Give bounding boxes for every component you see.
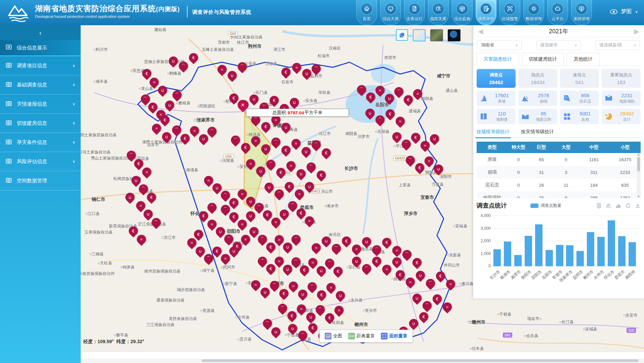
hazard-point-marker[interactable]: ⌒: [276, 302, 289, 315]
hazard-point-marker[interactable]: ≈: [150, 122, 163, 135]
chart-legend[interactable]: 调查点数量: [530, 203, 562, 209]
nav-home[interactable]: 首页: [356, 0, 377, 25]
hazard-point-marker[interactable]: €: [268, 94, 280, 107]
nav-command[interactable]: 指挥支撑: [428, 0, 449, 25]
hazard-point-marker[interactable]: €: [323, 311, 336, 324]
username[interactable]: 梦图: [621, 8, 632, 15]
hazard-point-marker[interactable]: ∪: [247, 93, 260, 105]
line-chart-icon[interactable]: [606, 203, 611, 209]
table-row[interactable]: 崩塌03133112233: [477, 166, 641, 179]
hazard-point-marker[interactable]: ⌒: [268, 279, 281, 292]
hazard-point-marker[interactable]: ≈: [289, 137, 302, 150]
hazard-point-marker[interactable]: €: [413, 161, 426, 174]
hazard-point-marker[interactable]: €: [370, 255, 383, 267]
hazard-point-marker[interactable]: ∪: [350, 255, 363, 267]
bar-长沙市[interactable]: [493, 249, 501, 266]
bar-衡阳市[interactable]: [525, 236, 532, 266]
hazard-point-marker[interactable]: ⌒: [310, 138, 322, 151]
full-extent-button[interactable]: 全图: [325, 333, 342, 339]
scroll-up-icon[interactable]: ▲: [637, 153, 640, 156]
hazard-point-marker[interactable]: ∪: [320, 234, 332, 247]
table-scrollbar[interactable]: ▲▼: [637, 153, 641, 198]
bar-chart-icon[interactable]: [615, 203, 621, 209]
hazard-point-marker[interactable]: ⌒: [424, 277, 437, 290]
hazard-point-marker[interactable]: ≈: [293, 187, 306, 200]
hazard-point-marker[interactable]: ⌒: [404, 154, 416, 167]
hazard-point-marker[interactable]: ≈: [135, 233, 148, 246]
hazard-point-marker[interactable]: ∪: [334, 289, 347, 302]
hazard-point-marker[interactable]: €: [315, 169, 327, 181]
tab-hazard-stats[interactable]: 灾害隐患统计: [477, 53, 519, 65]
nav-region-warning[interactable]: 区域预警: [499, 0, 520, 25]
hazard-point-marker[interactable]: ∪: [428, 132, 441, 145]
tile-其他[interactable]: 5001其他: [560, 109, 599, 124]
hazard-point-marker[interactable]: €: [306, 321, 319, 334]
bar-岳阳市[interactable]: [546, 250, 553, 266]
hazard-point-marker[interactable]: ≈: [418, 139, 431, 152]
hazard-point-marker[interactable]: ∪: [286, 322, 299, 335]
hazard-point-marker[interactable]: ≈: [350, 243, 363, 255]
hazard-point-marker[interactable]: ≈: [332, 304, 345, 317]
bar-邵阳市[interactable]: [535, 224, 542, 266]
hazard-point-marker[interactable]: ∪: [254, 165, 267, 177]
hazard-point-marker[interactable]: ≈: [244, 157, 257, 170]
hazard-point-marker[interactable]: ∪: [258, 286, 271, 298]
hazard-point-marker[interactable]: ⌒: [170, 88, 183, 101]
sidebar-disaster-report[interactable]: 灾情速报信息∨: [0, 95, 81, 114]
hazard-point-marker[interactable]: ∪: [123, 191, 136, 204]
tile-地面塌陷[interactable]: 2231地面塌陷: [602, 90, 641, 106]
sidebar-overview[interactable]: 综合信息展示: [0, 40, 81, 56]
hazard-point-marker[interactable]: €: [279, 66, 292, 78]
eye-icon[interactable]: [610, 9, 617, 14]
hazard-point-marker[interactable]: €: [239, 141, 252, 154]
refresh-icon[interactable]: [625, 203, 631, 209]
city-select[interactable]: 请选择市∨: [536, 40, 581, 50]
distance-measure-button[interactable]: 距离量算: [348, 333, 375, 339]
hazard-point-marker[interactable]: ≈: [310, 241, 322, 254]
download-icon[interactable]: [635, 203, 641, 209]
hazard-point-marker[interactable]: ⌒: [305, 160, 317, 173]
basemap-satellite-thumbnail[interactable]: [430, 29, 443, 41]
hazard-point-marker[interactable]: ∪: [432, 162, 445, 175]
next-year-button[interactable]: ▶: [633, 27, 641, 35]
prev-year-button[interactable]: ◀: [477, 27, 484, 35]
hazard-point-marker[interactable]: ⌒: [400, 248, 413, 261]
hazard-point-marker[interactable]: ∪: [296, 288, 309, 300]
bar-娄底市[interactable]: [618, 236, 626, 266]
bar-湘西州[interactable]: [629, 242, 636, 266]
hazard-point-marker[interactable]: ∪: [407, 317, 420, 330]
bar-郴州市[interactable]: [587, 232, 594, 266]
nav-monitoring[interactable]: 综合监测: [452, 0, 473, 25]
hazard-point-marker[interactable]: ≈: [295, 302, 308, 315]
hazard-point-marker[interactable]: ⌒: [177, 60, 190, 72]
hazard-point-marker[interactable]: ⌒: [273, 187, 285, 200]
nav-big-screen[interactable]: 综合大屏: [380, 0, 401, 25]
hazard-point-marker[interactable]: ⌒: [330, 242, 343, 255]
hazard-point-marker[interactable]: ⌒: [360, 262, 373, 275]
hazard-point-marker[interactable]: ∪: [167, 55, 179, 67]
hazard-point-marker[interactable]: ⌒: [373, 113, 386, 126]
hazard-point-marker[interactable]: ∪: [304, 311, 317, 323]
table-row[interactable]: 滑坡0650116116375: [477, 153, 641, 166]
hazard-point-marker[interactable]: ∪: [259, 142, 272, 155]
hazard-point-marker[interactable]: €: [434, 269, 447, 282]
bar-株洲市[interactable]: [504, 242, 511, 266]
hazard-point-marker[interactable]: ≈: [441, 300, 453, 313]
hazard-point-marker[interactable]: ≈: [215, 63, 228, 76]
hazard-point-marker[interactable]: €: [178, 132, 191, 145]
horizontal-scrollbar-thumb[interactable]: [202, 359, 639, 362]
hazard-point-marker[interactable]: ∪: [279, 121, 292, 134]
province-select[interactable]: 湖南省∨: [477, 40, 522, 50]
card-report-points[interactable]: 速报点541: [560, 69, 599, 88]
hazard-point-marker[interactable]: €: [283, 180, 295, 193]
hazard-point-marker[interactable]: ≈: [284, 159, 297, 172]
area-measure-button[interactable]: 面积量算: [381, 333, 407, 339]
hazard-point-marker[interactable]: ∪: [414, 269, 427, 282]
scroll-down-icon[interactable]: ▼: [637, 195, 640, 198]
tile-地裂缝[interactable]: 110地裂缝: [477, 109, 516, 124]
hazard-point-marker[interactable]: ∪: [360, 235, 373, 248]
hazard-point-marker[interactable]: ⌒: [150, 216, 162, 229]
hazard-point-marker[interactable]: ⌒: [289, 233, 302, 246]
table-row[interactable]: 泥石流02611184635: [477, 179, 641, 191]
hazard-point-marker[interactable]: €: [279, 144, 292, 156]
